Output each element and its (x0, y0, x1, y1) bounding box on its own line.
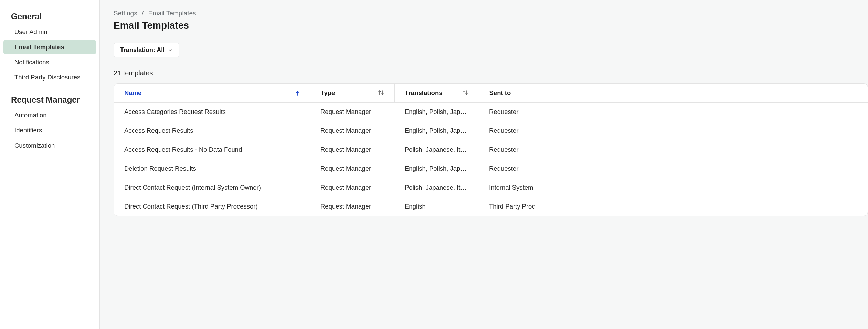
column-header-translations[interactable]: Translations (394, 84, 479, 103)
table-row[interactable]: Direct Contact Request (Third Party Proc… (114, 197, 868, 216)
cell-translations: Polish, Japanese, Itali… (394, 178, 479, 197)
cell-sent-to: Requester (479, 140, 868, 159)
template-count-label: 21 templates (114, 69, 868, 77)
breadcrumb-separator: / (142, 10, 144, 17)
cell-sent-to: Requester (479, 103, 868, 121)
breadcrumb-parent[interactable]: Settings (114, 10, 137, 17)
cell-name: Access Request Results - No Data Found (114, 140, 310, 159)
sidebar-section-heading: General (0, 8, 99, 24)
cell-name: Access Request Results (114, 121, 310, 140)
cell-translations: English, Polish, Japan… (394, 103, 479, 121)
cell-name: Direct Contact Request (Third Party Proc… (114, 197, 310, 216)
table-row[interactable]: Direct Contact Request (Internal System … (114, 178, 868, 197)
sidebar-item-user-admin[interactable]: User Admin (3, 25, 96, 39)
table-row[interactable]: Access Request Results Request Manager E… (114, 121, 868, 140)
cell-name: Direct Contact Request (Internal System … (114, 178, 310, 197)
sidebar-item-notifications[interactable]: Notifications (3, 55, 96, 70)
cell-sent-to: Internal System (479, 178, 868, 197)
column-header-name[interactable]: Name (114, 84, 310, 103)
translation-filter-label: Translation: All (120, 46, 165, 54)
column-header-sent-to[interactable]: Sent to (479, 84, 868, 103)
sidebar: General User Admin Email Templates Notif… (0, 0, 100, 329)
cell-type: Request Manager (310, 121, 394, 140)
page-title: Email Templates (114, 20, 868, 31)
cell-translations: English, Polish, Japan… (394, 159, 479, 178)
cell-type: Request Manager (310, 103, 394, 121)
cell-type: Request Manager (310, 197, 394, 216)
sidebar-item-email-templates[interactable]: Email Templates (3, 40, 96, 54)
breadcrumb-current: Email Templates (148, 10, 196, 17)
cell-sent-to: Requester (479, 121, 868, 140)
sidebar-item-identifiers[interactable]: Identifiers (3, 123, 96, 138)
cell-translations: English (394, 197, 479, 216)
cell-type: Request Manager (310, 178, 394, 197)
cell-sent-to: Requester (479, 159, 868, 178)
templates-table: Name Type Translations (114, 83, 868, 216)
sort-asc-icon (296, 89, 300, 97)
sort-icon (462, 89, 468, 95)
cell-translations: English, Polish, Japan… (394, 121, 479, 140)
table-row[interactable]: Access Categories Request Results Reques… (114, 103, 868, 121)
chevron-down-icon (168, 48, 173, 53)
app-root: General User Admin Email Templates Notif… (0, 0, 868, 329)
main-content: Settings / Email Templates Email Templat… (100, 0, 868, 329)
cell-sent-to: Third Party Proc (479, 197, 868, 216)
cell-type: Request Manager (310, 159, 394, 178)
sidebar-item-customization[interactable]: Customization (3, 138, 96, 153)
translation-filter-button[interactable]: Translation: All (114, 43, 179, 57)
cell-name: Deletion Request Results (114, 159, 310, 178)
cell-name: Access Categories Request Results (114, 103, 310, 121)
sidebar-item-third-party-disclosures[interactable]: Third Party Disclosures (3, 70, 96, 85)
column-header-type[interactable]: Type (310, 84, 394, 103)
sidebar-section-heading: Request Manager (0, 91, 99, 107)
sidebar-item-automation[interactable]: Automation (3, 108, 96, 123)
table-row[interactable]: Access Request Results - No Data Found R… (114, 140, 868, 159)
breadcrumb: Settings / Email Templates (114, 10, 868, 17)
table-row[interactable]: Deletion Request Results Request Manager… (114, 159, 868, 178)
cell-translations: Polish, Japanese, Itali… (394, 140, 479, 159)
sort-icon (378, 89, 384, 95)
cell-type: Request Manager (310, 140, 394, 159)
